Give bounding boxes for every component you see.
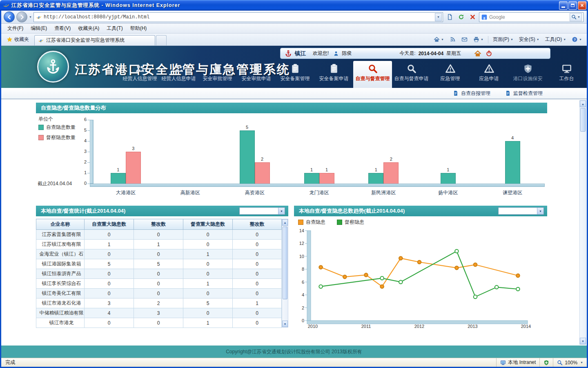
menu-item[interactable]: 编辑(E) (27, 24, 51, 33)
cutoff-date-label: 截止2014.04.04 (38, 180, 72, 187)
stop-button[interactable] (468, 12, 477, 22)
feeds-button[interactable] (447, 35, 458, 44)
portal-home-button[interactable] (474, 49, 482, 58)
trend-filter-select[interactable]: ▼ (498, 207, 544, 215)
table-row[interactable]: 镇江市港龙石化港3251 (36, 298, 282, 308)
table-scrollbar-thumb[interactable] (283, 227, 287, 299)
table-scrollbar[interactable]: ▲ ▼ (282, 219, 288, 328)
data-point (380, 276, 384, 280)
favorites-button[interactable]: 收藏夹 (4, 35, 32, 44)
table-row[interactable]: 镇江市港龙0010 (36, 318, 282, 328)
printer-icon (473, 36, 479, 43)
value-cell: 0 (134, 249, 183, 259)
read-mail-button[interactable] (459, 35, 470, 44)
tab-title: 江苏省港口安全监管与应急管理系统 (46, 37, 125, 44)
nav-item[interactable]: 安全备案申请 (314, 61, 353, 88)
doc-icon (453, 90, 459, 96)
back-button[interactable] (4, 11, 15, 22)
status-text: 完成 (1, 359, 15, 366)
address-dropdown[interactable]: ▼ (435, 13, 442, 21)
address-input[interactable]: e http://localhost:8080/yjpt/Main.html ▼ (33, 12, 443, 22)
welcome-label: 欢迎您! (313, 50, 329, 57)
svg-text:g: g (483, 15, 486, 19)
scroll-up-arrow-icon[interactable]: ▲ (282, 219, 288, 226)
minimize-button[interactable] (559, 1, 568, 10)
bar-group: 1 (416, 120, 480, 184)
nav-item[interactable]: 工作台 (547, 61, 586, 88)
port-city-label: 镇江 (295, 50, 306, 57)
trend-panel-title: 本地自查/督查隐患总数趋势(截止2014.04.04) (299, 207, 405, 215)
value-cell: 1 (183, 279, 233, 289)
nav-item-label: 经营人信息申请 (162, 75, 196, 82)
maximize-button[interactable] (568, 1, 577, 10)
table-row[interactable]: 镇江恒泰沥青产品0000 (36, 269, 282, 279)
page-scrollbar-track[interactable] (580, 107, 586, 338)
refresh-button[interactable] (456, 12, 466, 22)
data-point (516, 274, 520, 278)
nav-item[interactable]: 安全备案管理 (276, 61, 314, 88)
bar-value-label: 3 (126, 146, 140, 151)
nav-item[interactable]: 安全审批管理 (198, 61, 237, 88)
nav-item[interactable]: 应急申请 (470, 61, 508, 88)
menu-item[interactable]: 帮助(H) (127, 24, 151, 33)
toolbar-separator (488, 36, 488, 43)
forward-button[interactable] (16, 11, 27, 22)
search-go-button[interactable]: ▼ (570, 13, 582, 21)
value-cell: 0 (183, 289, 233, 298)
menu-item[interactable]: 查看(V) (51, 24, 74, 33)
browser-client-area: ▼ e http://localhost:8080/yjpt/Main.html… (0, 11, 588, 368)
nav-item[interactable]: 自查与督查管理 (353, 61, 392, 88)
table-row[interactable]: 江苏镇江发电有限1100 (36, 240, 282, 249)
nav-item[interactable]: 港口设施保安 (508, 61, 547, 88)
page-menu-button[interactable]: 页面(P)▼ (490, 35, 516, 44)
page-scrollbar-thumb[interactable] (580, 108, 586, 132)
history-dropdown[interactable]: ▼ (29, 16, 32, 18)
statistics-filter-select[interactable]: ▼ (239, 207, 285, 215)
page-scrollbar[interactable]: ▲ ▼ (579, 100, 586, 345)
nav-item[interactable]: 经营人信息管理 (120, 61, 159, 88)
data-point (364, 273, 368, 277)
menu-item[interactable]: 收藏夹(A) (74, 24, 103, 33)
table-row[interactable]: 镇江李长荣综合石0010 (36, 279, 282, 289)
scroll-up-arrow-icon[interactable]: ▲ (580, 101, 586, 107)
subnav-item[interactable]: 自查自报管理 (453, 90, 490, 97)
zoom-control[interactable]: 100% ▼ (553, 358, 587, 367)
y-axis-label: 4 (77, 138, 87, 143)
table-row[interactable]: 镇江港国际集装箱5500 (36, 259, 282, 269)
print-button[interactable]: ▼ (471, 35, 486, 44)
nav-item[interactable]: 安全审批申请 (237, 61, 276, 88)
compatibility-view-button[interactable] (445, 12, 454, 22)
subnav-item[interactable]: 监督检查管理 (505, 90, 543, 97)
nav-item[interactable]: 经营人信息申请 (159, 61, 198, 88)
data-point (455, 249, 459, 253)
help-button[interactable]: ?▼ (569, 35, 584, 44)
logout-button[interactable] (485, 49, 493, 58)
tab-active[interactable]: e 江苏省港口安全监管与应急管理系统 (34, 35, 155, 45)
y-axis-tick (87, 141, 90, 141)
table-row[interactable]: 中储粮镇江粮油有限4300 (36, 308, 282, 318)
y-axis-label: 1 (77, 170, 87, 175)
safety-menu-button[interactable]: 安全(S)▼ (517, 35, 542, 44)
data-point (516, 287, 520, 291)
home-button[interactable]: ▼ (431, 35, 446, 44)
table-row[interactable]: 金海宏业（镇江）石0010 (36, 249, 282, 259)
menu-item[interactable]: 文件(F) (4, 24, 27, 33)
scroll-down-arrow-icon[interactable]: ▼ (282, 321, 288, 327)
value-cell: 2 (134, 298, 183, 308)
y-axis-label: 2 (77, 159, 87, 164)
data-point (455, 266, 459, 270)
scroll-down-arrow-icon[interactable]: ▼ (580, 338, 586, 344)
search-input[interactable]: g Google ▼ (479, 12, 584, 22)
table-scrollbar-track[interactable] (282, 226, 288, 321)
nav-item[interactable]: 自查与督查申请 (392, 61, 431, 88)
tools-menu-button[interactable]: 工具(O)▼ (543, 35, 568, 44)
nav-item[interactable]: 应急管理 (431, 61, 470, 88)
close-button[interactable]: × (578, 1, 586, 10)
nav-item-label: 安全审批申请 (242, 75, 271, 82)
menu-item[interactable]: 工具(T) (103, 24, 126, 33)
table-row[interactable]: 镇江奇美化工有限0000 (36, 289, 282, 298)
new-tab-button[interactable] (156, 35, 167, 45)
table-row[interactable]: 江苏索普集团有限0000 (36, 230, 282, 240)
y-axis-tick (87, 173, 90, 173)
magnifier-icon (407, 64, 416, 74)
